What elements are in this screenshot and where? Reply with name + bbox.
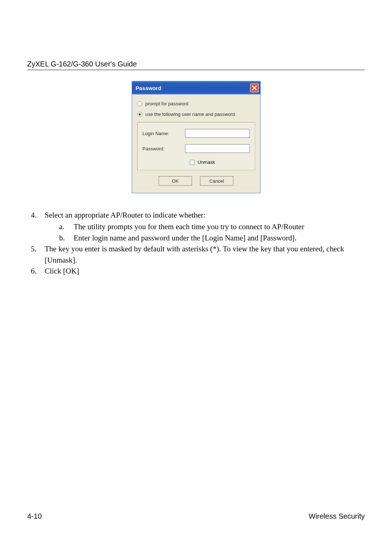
radio-label: use the following user name and password [146,112,235,117]
page-footer: 4-10 Wireless Security [27,512,365,520]
unmask-checkbox-row[interactable]: Unmask [190,159,250,165]
alpha-marker: a. [45,221,74,232]
radio-icon [137,101,142,106]
unmask-label: Unmask [198,159,215,165]
page-header-title: ZyXEL G-162/G-360 User's Guide [27,60,365,68]
list-item: 6. Click [OK] [27,266,365,276]
num-marker: 6. [27,266,45,276]
password-label: Password: [143,146,185,151]
close-icon [252,85,257,90]
radio-icon [137,112,142,117]
header-rule [27,70,365,70]
login-name-label: Login Name: [143,131,185,136]
radio-prompt-password[interactable]: prompt for password [137,101,255,106]
login-name-input[interactable] [185,129,250,138]
list-item-text: The utility prompts you for them each ti… [74,221,304,232]
list-item: b. Enter login name and password under t… [45,232,365,243]
list-item-text: Enter login name and password under the … [74,232,297,243]
password-dialog: Password prompt for password use the fol… [132,81,261,193]
ok-button[interactable]: OK [159,176,192,186]
alpha-marker: b. [45,232,74,243]
cancel-button[interactable]: Cancel [200,176,233,186]
num-marker: 5. [27,243,45,266]
dialog-titlebar[interactable]: Password [132,81,260,94]
list-item: 5. The key you enter is masked by defaul… [27,243,365,266]
checkbox-icon [190,160,195,165]
credentials-fieldset: Login Name: Password: Unmask [137,122,255,170]
dialog-button-row: OK Cancel [137,170,255,188]
close-button[interactable] [250,84,259,92]
radio-label: prompt for password [146,101,189,106]
dialog-title: Password [136,85,162,91]
instructions-text: 4. Select an appropriate AP/Router to in… [27,210,365,277]
list-item-text: Click [OK] [45,266,365,276]
section-name: Wireless Security [309,512,365,520]
list-item: a. The utility prompts you for them each… [45,221,365,232]
password-input[interactable] [185,144,250,153]
list-item: 4. Select an appropriate AP/Router to in… [27,210,365,243]
list-item-text: Select an appropriate AP/Router to indic… [45,211,205,219]
list-item-text: The key you enter is masked by default w… [45,243,365,266]
dialog-body: prompt for password use the following us… [132,94,260,193]
page-number: 4-10 [27,512,42,520]
radio-use-credentials[interactable]: use the following user name and password [137,112,255,117]
num-marker: 4. [27,210,45,243]
